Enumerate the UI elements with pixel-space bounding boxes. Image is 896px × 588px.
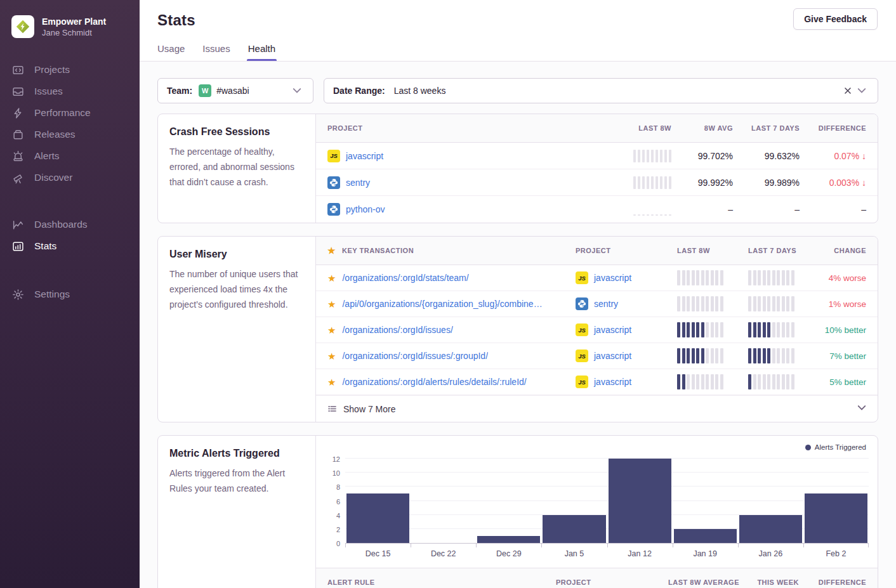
platform-icon: JS	[327, 150, 340, 162]
transaction-link[interactable]: /organizations/:orgId/stats/team/	[342, 273, 468, 283]
stats-icon	[11, 240, 24, 252]
releases-icon	[11, 128, 24, 141]
alerts-table-header: Alert Rule Project Last 8w Average This …	[316, 568, 878, 588]
project-link[interactable]: python-ov	[346, 204, 385, 214]
sidebar-item-projects[interactable]: Projects	[0, 60, 140, 80]
sidebar-item-alerts[interactable]: Alerts	[0, 146, 140, 166]
panel-title: User Misery	[169, 249, 304, 260]
sidebar-item-dashboards[interactable]: Dashboards	[0, 214, 140, 235]
sidebar-item-issues[interactable]: Issues	[0, 81, 140, 101]
avg-value: 99.992%	[698, 178, 733, 188]
user-name: Jane Schmidt	[42, 27, 106, 38]
difference-value: 0.003% ↓	[829, 178, 866, 188]
project-link[interactable]: sentry	[346, 178, 370, 188]
table-row: ★ /api/0/organizations/{organization_slu…	[316, 291, 878, 317]
crash-free-sessions-panel: Crash Free Sessions The percentage of he…	[157, 114, 878, 223]
project-link[interactable]: javascript	[594, 351, 631, 361]
x-axis-label: Jan 12	[607, 549, 673, 558]
legend-dot-icon	[805, 445, 811, 450]
key-transaction-star-icon[interactable]: ★	[327, 351, 336, 361]
nav-divider-gap	[0, 258, 140, 283]
mini-bar-chart-7d	[748, 322, 819, 337]
panel-description: User Misery The number of unique users t…	[158, 237, 316, 422]
transaction-link[interactable]: /organizations/:orgId/issues/	[342, 325, 452, 335]
platform-icon: JS	[576, 323, 588, 336]
transaction-link[interactable]: /organizations/:orgId/alerts/rules/detai…	[342, 377, 526, 387]
sidebar-item-label: Dashboards	[34, 219, 88, 230]
table-row: ★ /organizations/:orgId/stats/team/ JS j…	[316, 265, 878, 291]
last7-value: 99.989%	[765, 178, 800, 188]
mini-bar-chart-8w	[677, 322, 748, 337]
date-range-selector[interactable]: Date Range: Last 8 weeks	[324, 78, 878, 103]
project-link[interactable]: javascript	[594, 273, 631, 283]
difference-value: –	[861, 204, 866, 214]
col-difference: Difference	[819, 578, 866, 586]
alerts-triggered-chart: Alerts Triggered 024681012 Dec 15Dec 22D…	[316, 436, 878, 566]
table-row: JS javascript 99.702% 99.632% 0.07% ↓	[316, 143, 878, 169]
sidebar-item-performance[interactable]: Performance	[0, 103, 140, 123]
sidebar: Empower Plant Jane Schmidt Projects Issu…	[0, 0, 140, 588]
tab-health[interactable]: Health	[248, 43, 275, 61]
table-row: python-ov – – –	[316, 196, 878, 223]
chevron-down-icon	[857, 403, 866, 414]
table-row: ★ /organizations/:orgId/issues/:groupId/…	[316, 343, 878, 369]
col-last-7-days: Last 7 Days	[748, 247, 819, 254]
metric-alerts-panel: Metric Alerts Triggered Alerts triggered…	[157, 435, 878, 588]
mini-bar-chart-8w	[677, 296, 748, 311]
give-feedback-button[interactable]: Give Feedback	[793, 8, 878, 30]
x-axis-label: Dec 29	[476, 549, 541, 558]
sidebar-item-label: Projects	[34, 64, 70, 75]
dashboards-icon	[11, 218, 24, 231]
table-row: ★ /organizations/:orgId/alerts/rules/det…	[316, 369, 878, 395]
tab-issues[interactable]: Issues	[202, 43, 230, 61]
panel-title: Metric Alerts Triggered	[169, 448, 304, 459]
x-axis-label: Jan 5	[541, 549, 607, 558]
project-link[interactable]: javascript	[594, 325, 631, 335]
sentry-org-logo-icon	[11, 15, 34, 38]
panel-title: Crash Free Sessions	[169, 126, 304, 138]
sidebar-item-releases[interactable]: Releases	[0, 124, 140, 145]
key-transaction-star-icon[interactable]: ★	[327, 299, 336, 309]
page-header: Stats Give Feedback Usage Issues Health	[140, 0, 896, 61]
panel-description: Metric Alerts Triggered Alerts triggered…	[158, 436, 316, 588]
sparkline	[633, 176, 672, 189]
change-value: 7% better	[829, 351, 866, 361]
sidebar-item-label: Discover	[34, 172, 72, 183]
sidebar-item-stats[interactable]: Stats	[0, 236, 140, 256]
chart-legend[interactable]: Alerts Triggered	[805, 443, 866, 451]
last7-value: –	[794, 204, 800, 214]
project-link[interactable]: javascript	[594, 377, 631, 387]
sidebar-item-label: Alerts	[34, 150, 60, 162]
sidebar-item-settings[interactable]: Settings	[0, 284, 140, 304]
sidebar-item-discover[interactable]: Discover	[0, 167, 140, 188]
col-change: Change	[834, 247, 866, 254]
show-more-button[interactable]: Show 7 More	[316, 395, 878, 422]
nav-divider-gap	[0, 189, 140, 213]
mini-bar-chart-7d	[748, 348, 819, 363]
alerts-chart-xaxis: Dec 15Dec 22Dec 29Jan 5Jan 12Jan 19Jan 2…	[345, 544, 869, 566]
col-project: Project	[576, 247, 677, 254]
transaction-link[interactable]: /api/0/organizations/{organization_slug}…	[342, 299, 542, 309]
table-row: ★ /organizations/:orgId/issues/ JS javas…	[316, 317, 878, 343]
key-transaction-star-icon[interactable]: ★	[327, 377, 336, 387]
legend-label: Alerts Triggered	[815, 443, 866, 451]
tab-usage[interactable]: Usage	[157, 43, 185, 61]
key-transaction-star-icon[interactable]: ★	[327, 325, 336, 335]
team-selector[interactable]: Team: W #wasabi	[157, 78, 313, 103]
x-axis-label: Dec 22	[411, 549, 476, 558]
col-project: Project	[556, 578, 632, 586]
chevron-down-icon[interactable]	[855, 84, 869, 98]
clear-icon[interactable]	[841, 84, 855, 98]
change-value: 1% worse	[829, 299, 866, 309]
project-link[interactable]: javascript	[346, 151, 383, 161]
chevron-down-icon	[290, 84, 304, 98]
list-icon	[327, 404, 337, 414]
key-transaction-star-icon[interactable]: ★	[327, 273, 336, 283]
transaction-link[interactable]: /organizations/:orgId/issues/:groupId/	[342, 351, 488, 361]
change-value: 4% worse	[829, 273, 866, 283]
project-link[interactable]: sentry	[594, 299, 618, 309]
panel-text: The percentage of healthy, errored, and …	[169, 144, 304, 190]
org-switcher[interactable]: Empower Plant Jane Schmidt	[0, 10, 140, 44]
issues-icon	[11, 85, 24, 98]
platform-icon: JS	[576, 271, 588, 284]
